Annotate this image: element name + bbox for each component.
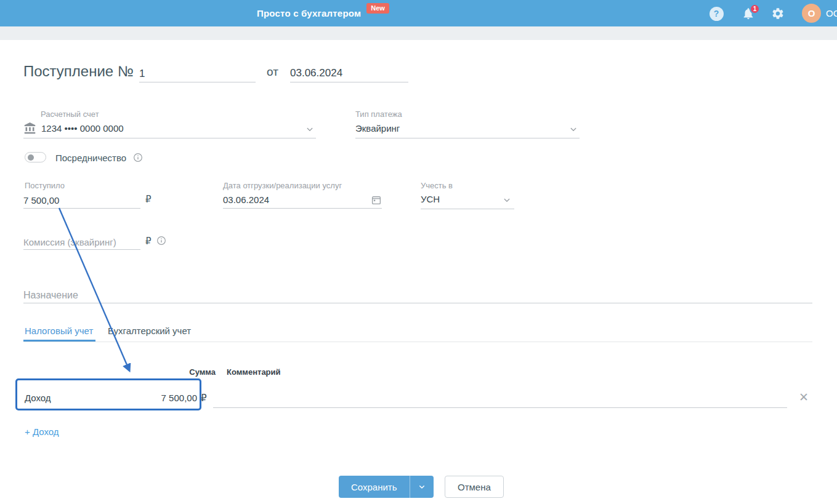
notification-count-badge[interactable]: 1 xyxy=(750,4,760,14)
toggle-knob xyxy=(28,154,34,161)
save-options-button[interactable] xyxy=(410,476,434,498)
chevron-down-icon[interactable] xyxy=(568,124,579,135)
chevron-down-icon[interactable] xyxy=(304,124,315,135)
page-title: Поступление № xyxy=(23,63,134,80)
tax-regime-select-value[interactable]: УСН xyxy=(421,194,440,204)
gear-icon xyxy=(771,7,785,20)
document-date-input[interactable] xyxy=(290,67,426,79)
save-button-label: Сохранить xyxy=(339,476,410,498)
info-icon[interactable] xyxy=(156,236,166,246)
shipment-date-field[interactable] xyxy=(223,191,382,209)
app-header-title-group: Просто с бухгалтером New xyxy=(257,0,389,26)
tabs-divider xyxy=(23,342,812,342)
calendar-icon[interactable] xyxy=(371,194,382,206)
shipment-date-label: Дата отгрузки/реализации услуг xyxy=(223,181,342,190)
document-date-field[interactable] xyxy=(290,64,408,82)
info-icon[interactable] xyxy=(133,153,143,162)
income-type-select-value[interactable]: Доход xyxy=(25,393,51,403)
shipment-date-input[interactable] xyxy=(223,194,371,205)
purpose-input[interactable] xyxy=(23,287,812,303)
cancel-button[interactable]: Отмена xyxy=(445,476,504,498)
mediation-label: Посредничество xyxy=(55,153,126,163)
header-shadow-band xyxy=(0,26,837,40)
income-comment-input[interactable] xyxy=(213,392,787,408)
sum-column-header: Сумма xyxy=(148,367,216,377)
remove-row-button[interactable]: ✕ xyxy=(799,390,809,404)
chevron-down-icon xyxy=(417,482,427,492)
save-button[interactable]: Сохранить xyxy=(339,476,434,498)
help-icon: ? xyxy=(710,7,724,21)
received-label: Поступило xyxy=(25,181,65,190)
tax-regime-underline xyxy=(421,209,514,209)
income-sum-value[interactable]: 7 500,00 xyxy=(117,393,197,403)
org-name[interactable]: ОО xyxy=(826,8,837,18)
received-currency: ₽ xyxy=(145,194,152,205)
date-prefix-label: от xyxy=(267,65,278,79)
tax-regime-label: Учесть в xyxy=(421,181,453,190)
tab-bookkeeping[interactable]: Бухгалтерский учет xyxy=(108,326,191,336)
commission-currency: ₽ xyxy=(145,236,152,247)
help-button[interactable]: ? xyxy=(709,6,724,21)
received-amount-input[interactable] xyxy=(23,193,140,209)
comment-column-header: Комментарий xyxy=(227,367,281,377)
payment-type-select-value[interactable]: Эквайринг xyxy=(355,123,400,134)
new-badge: New xyxy=(366,3,389,14)
app-title: Просто с бухгалтером xyxy=(257,8,361,18)
payment-type-label: Тип платежа xyxy=(355,110,402,119)
chevron-down-icon[interactable] xyxy=(501,194,512,206)
account-label: Расчетный счет xyxy=(41,110,99,119)
active-tab-underline xyxy=(23,340,95,342)
avatar[interactable]: O xyxy=(802,4,821,23)
account-select-value[interactable]: 1234 •••• 0000 0000 xyxy=(41,123,124,134)
document-number-input[interactable] xyxy=(139,65,256,82)
account-underline xyxy=(23,138,316,138)
payment-type-underline xyxy=(355,138,580,138)
mediation-toggle[interactable] xyxy=(25,152,46,162)
commission-input[interactable] xyxy=(23,234,140,250)
settings-button[interactable] xyxy=(770,6,785,21)
income-sum-currency: ₽ xyxy=(201,393,207,404)
tab-tax-accounting[interactable]: Налоговый учет xyxy=(25,326,93,336)
bank-icon xyxy=(23,122,36,135)
add-income-link[interactable]: + Доход xyxy=(25,426,59,437)
